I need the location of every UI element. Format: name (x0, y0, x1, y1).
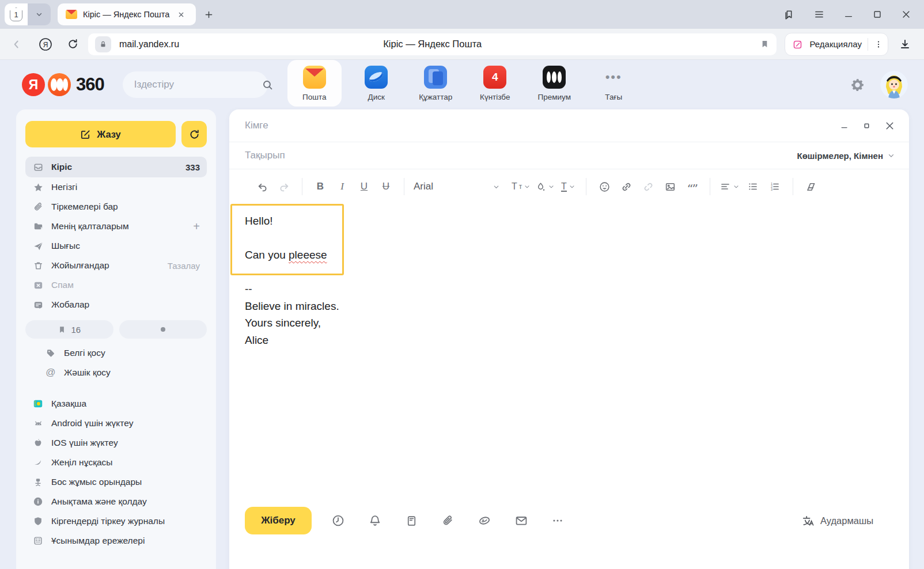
more-vertical-icon[interactable] (874, 40, 883, 49)
redo-button[interactable] (275, 177, 293, 196)
cc-from-toggle[interactable]: Көшірмелер, Кімнен (797, 151, 895, 161)
bookmark-icon[interactable] (760, 39, 770, 49)
sidebar-item-login-journal[interactable]: Кіргендерді тіркеу журналы (25, 511, 207, 531)
settings-gear-icon[interactable] (850, 77, 865, 93)
emoji-button[interactable] (596, 177, 613, 196)
numbered-list-button[interactable]: 123 (766, 177, 783, 196)
user-avatar[interactable] (880, 71, 908, 98)
sidebar-item-primary[interactable]: Негізгі (25, 177, 207, 197)
send-button[interactable]: Жіберу (245, 507, 312, 534)
sidebar-item-download-android[interactable]: Android үшін жүктеу (25, 414, 207, 433)
add-folder-icon[interactable]: + (193, 220, 200, 233)
insert-link-button[interactable] (618, 177, 635, 196)
strikethrough-button[interactable]: U (377, 177, 395, 196)
fill-color-button[interactable] (535, 177, 555, 196)
sidebar-item-light-version[interactable]: Жеңіл нұсқасы (25, 453, 207, 472)
downloads-icon[interactable] (899, 38, 911, 51)
window-minimize-icon[interactable] (843, 9, 854, 20)
underline-button[interactable]: U (355, 177, 373, 196)
quote-button[interactable]: “” (683, 177, 700, 196)
tab-close-icon[interactable] (177, 11, 185, 18)
search-field[interactable] (123, 71, 268, 98)
remove-link-button[interactable] (639, 177, 657, 196)
window-maximize-icon[interactable] (872, 9, 883, 20)
sidebar-item-sent[interactable]: Шығыс (25, 236, 207, 256)
url-field[interactable]: mail.yandex.ru Кіріс — Яндекс Пошта (88, 33, 777, 55)
window-close-icon[interactable] (901, 9, 911, 20)
saved-bookmarks-pill[interactable]: 16 (25, 320, 113, 339)
italic-button[interactable]: I (334, 177, 351, 196)
compose-close-icon[interactable] (884, 120, 895, 131)
compose-minimize-icon[interactable] (840, 121, 849, 130)
search-input[interactable] (134, 79, 262, 90)
text-color-button[interactable]: T (559, 177, 577, 196)
saved-count-label: 16 (71, 325, 81, 335)
translator-button[interactable]: Аудармашы (801, 514, 873, 528)
refresh-button[interactable] (181, 121, 207, 147)
reload-icon[interactable] (67, 38, 79, 50)
reminder-bell-icon[interactable] (368, 514, 382, 528)
empty-trash-link[interactable]: Тазалау (168, 261, 200, 271)
sidebar-item-download-ios[interactable]: IOS үшін жүктеу (25, 433, 207, 453)
browser-menu-icon[interactable] (813, 9, 825, 20)
sidebar-item-kazakh-language[interactable]: Қазақша (25, 394, 207, 414)
sidebar-item-spam[interactable]: Спам (25, 275, 207, 295)
spam-icon (32, 280, 44, 291)
compose-button[interactable]: Жазу (25, 121, 176, 147)
to-field[interactable] (245, 120, 840, 131)
back-icon[interactable] (10, 38, 23, 51)
more-apps-icon: ••• (602, 66, 625, 89)
sidebar-item-my-folders[interactable]: Менің қалталарым + (25, 217, 207, 236)
app-tile-more[interactable]: ••• Тағы (584, 63, 643, 107)
align-button[interactable] (719, 177, 740, 196)
more-options-icon[interactable] (551, 514, 564, 527)
sidebar-item-recommendation-rules[interactable]: Ұсынымдар ережелері (25, 531, 207, 551)
search-icon[interactable] (262, 79, 274, 91)
template-icon[interactable] (405, 514, 418, 528)
sidebar-item-inbox[interactable]: Кіріс 333 (25, 157, 207, 177)
sidebar-item-with-attachments[interactable]: Тіркемелері бар (25, 197, 207, 217)
app-tile-premium[interactable]: Премиум (525, 63, 584, 107)
yandex-browser-icon[interactable]: Я (38, 37, 53, 52)
bullet-list-button[interactable] (744, 177, 762, 196)
yandex-disk-icon[interactable] (478, 514, 491, 528)
compose-button-label: Жазу (97, 129, 120, 140)
sidebar-item-label: Кіріс (51, 162, 178, 172)
sidebar-item-projects[interactable]: Жобалар (25, 295, 207, 314)
message-body[interactable]: Hello! Can you pleeese -- Believe in mir… (229, 204, 909, 348)
sidebar-item-trash[interactable]: Жойылғандар Тазалау (25, 256, 207, 275)
attach-file-icon[interactable] (441, 514, 455, 528)
font-size-button[interactable]: Tт (512, 177, 531, 196)
chevron-down-icon (569, 183, 575, 190)
chevron-down-icon (35, 10, 43, 18)
sidebar-item-add-label[interactable]: Белгі қосу (38, 343, 207, 363)
edit-page-button[interactable]: Редакциялау (785, 33, 888, 56)
yandex-360-logo[interactable]: Я 360 (22, 73, 104, 96)
clear-formatting-button[interactable] (802, 177, 820, 196)
envelope-icon[interactable] (514, 514, 528, 528)
sidebar-item-vacancies[interactable]: Бос жұмыс орындары (25, 472, 207, 492)
bold-button[interactable]: B (312, 177, 329, 196)
undo-button[interactable] (253, 177, 271, 196)
dot-tab-pill[interactable] (119, 320, 207, 339)
app-tile-mail[interactable]: Пошта (287, 60, 342, 107)
app-tile-documents[interactable]: Құжаттар (406, 63, 465, 107)
signature-line-2: Yours sincerely, (245, 314, 893, 332)
sidebar-item-help-support[interactable]: Анықтама және қолдау (25, 492, 207, 511)
schedule-send-icon[interactable] (331, 514, 345, 528)
browser-tab[interactable]: Кіріс — Яндекс Пошта (58, 3, 196, 25)
lock-icon[interactable] (95, 36, 111, 52)
compose-expand-icon[interactable] (863, 122, 870, 130)
subject-field[interactable] (245, 150, 797, 161)
insert-image-button[interactable] (661, 177, 679, 196)
side-panel-icon[interactable] (783, 9, 795, 21)
tab-list-dropdown[interactable] (28, 3, 51, 25)
tab-counter[interactable]: 1 (5, 3, 28, 25)
app-tile-disk[interactable]: Диск (347, 63, 406, 107)
sidebar-item-add-mailbox[interactable]: @ Жәшік қосу (38, 363, 207, 382)
new-tab-button[interactable] (204, 10, 214, 20)
app-tile-calendar[interactable]: 4 Күнтізбе (465, 63, 525, 107)
signature-line-1: Believe in miracles. (245, 298, 893, 315)
font-family-select[interactable]: Arial (414, 181, 500, 192)
translate-icon (801, 514, 815, 528)
